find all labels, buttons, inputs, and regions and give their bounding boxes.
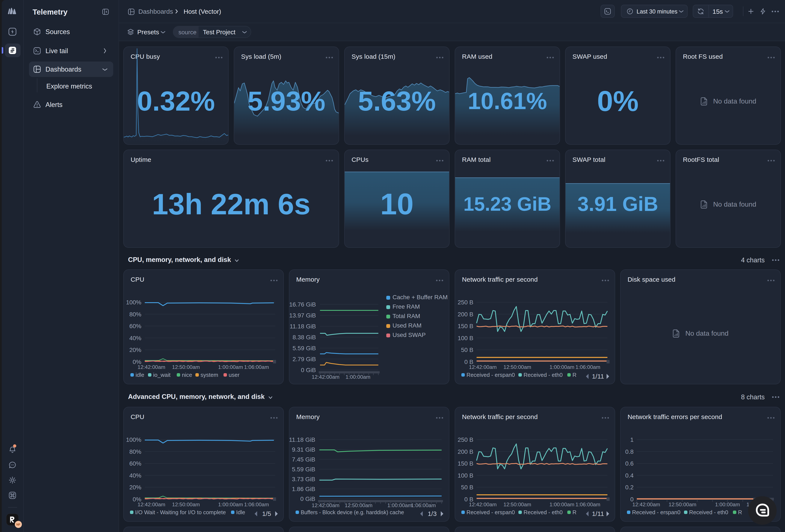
svg-text:12:42:00am: 12:42:00am xyxy=(469,502,497,507)
svg-text:40%: 40% xyxy=(129,472,141,479)
svg-text:nice: nice xyxy=(182,372,192,378)
svg-text:1:00:00am: 1:00:00am xyxy=(550,364,574,370)
svg-text:12:42:00am: 12:42:00am xyxy=(137,364,165,370)
svg-text:R: R xyxy=(573,509,577,515)
svg-text:I/O Wait - Waiting for I/O to: I/O Wait - Waiting for I/O to complete xyxy=(135,509,226,515)
svg-text:1/11: 1/11 xyxy=(592,510,604,517)
svg-text:1:06:00am: 1:06:00am xyxy=(576,364,600,370)
svg-text:1:06:00am: 1:06:00am xyxy=(411,502,436,508)
svg-text:0 GiB: 0 GiB xyxy=(301,367,316,373)
svg-text:1/11: 1/11 xyxy=(592,373,604,380)
svg-text:Idle: Idle xyxy=(236,509,245,515)
svg-text:3.73 GiB: 3.73 GiB xyxy=(292,476,315,482)
svg-text:12:50:00am: 12:50:00am xyxy=(172,364,200,370)
svg-text:0.6: 0.6 xyxy=(625,460,634,467)
svg-text:16.76 GiB: 16.76 GiB xyxy=(289,301,316,308)
svg-text:12:42:00am: 12:42:00am xyxy=(137,502,165,507)
svg-text:0.4: 0.4 xyxy=(625,472,634,479)
svg-text:12:42:00am: 12:42:00am xyxy=(312,502,339,508)
svg-text:1:00:00am: 1:00:00am xyxy=(715,502,740,507)
svg-text:2.79 GiB: 2.79 GiB xyxy=(293,356,316,363)
svg-text:Received - eth0: Received - eth0 xyxy=(524,372,563,378)
svg-text:1/3: 1/3 xyxy=(428,510,437,517)
svg-text:0.2: 0.2 xyxy=(625,484,634,490)
svg-text:150 B: 150 B xyxy=(458,460,473,467)
svg-text:Free RAM: Free RAM xyxy=(392,303,420,310)
svg-text:5.59 GiB: 5.59 GiB xyxy=(292,466,315,473)
svg-text:200 B: 200 B xyxy=(458,448,473,455)
svg-text:50 B: 50 B xyxy=(461,347,473,353)
svg-text:12:42:00am: 12:42:00am xyxy=(632,502,660,507)
svg-text:user: user xyxy=(229,372,239,378)
svg-text:11.18 GiB: 11.18 GiB xyxy=(290,323,316,330)
svg-text:1:06:00am: 1:06:00am xyxy=(244,502,269,507)
svg-text:60%: 60% xyxy=(129,460,141,467)
svg-text:200 B: 200 B xyxy=(458,311,473,318)
svg-text:60%: 60% xyxy=(129,323,141,329)
svg-text:12:50:00am: 12:50:00am xyxy=(503,502,531,507)
svg-text:20%: 20% xyxy=(129,484,141,490)
svg-text:R: R xyxy=(573,372,577,378)
svg-text:40%: 40% xyxy=(129,335,141,342)
svg-text:0 GiB: 0 GiB xyxy=(300,496,315,502)
svg-text:100 B: 100 B xyxy=(458,472,473,479)
svg-text:20%: 20% xyxy=(129,347,141,353)
svg-text:0.8: 0.8 xyxy=(625,448,634,455)
svg-text:io_wait: io_wait xyxy=(153,372,171,378)
svg-text:100%: 100% xyxy=(126,436,141,443)
svg-text:Received - erspan0: Received - erspan0 xyxy=(632,509,680,515)
svg-text:Buffers - Block device (e.g. h: Buffers - Block device (e.g. harddisk) c… xyxy=(301,509,404,515)
svg-text:7.45 GiB: 7.45 GiB xyxy=(292,456,315,463)
svg-text:1:06:00am: 1:06:00am xyxy=(576,502,600,507)
svg-text:12:42:00am: 12:42:00am xyxy=(312,374,339,380)
svg-text:12:50:00am: 12:50:00am xyxy=(503,364,531,370)
svg-text:1:00:00am: 1:00:00am xyxy=(346,374,371,380)
svg-text:Total RAM: Total RAM xyxy=(392,313,420,319)
svg-text:Used SWAP: Used SWAP xyxy=(392,331,426,338)
svg-text:250 B: 250 B xyxy=(458,436,473,443)
svg-text:150 B: 150 B xyxy=(458,323,473,329)
svg-text:1:00:00am: 1:00:00am xyxy=(387,502,412,508)
svg-text:11.18 GiB: 11.18 GiB xyxy=(289,436,315,443)
svg-text:system: system xyxy=(201,372,218,378)
svg-text:R: R xyxy=(738,509,742,515)
svg-text:12:50:00am: 12:50:00am xyxy=(345,502,372,508)
svg-text:9.31 GiB: 9.31 GiB xyxy=(292,446,315,453)
svg-text:Received - erspan0: Received - erspan0 xyxy=(466,372,515,378)
svg-text:12:50:00am: 12:50:00am xyxy=(172,502,200,507)
svg-text:Received - eth0: Received - eth0 xyxy=(689,509,728,515)
svg-text:Received - eth0: Received - eth0 xyxy=(524,509,563,515)
svg-text:1:00:00am: 1:00:00am xyxy=(218,364,243,370)
svg-text:5.59 GiB: 5.59 GiB xyxy=(293,345,316,351)
svg-text:80%: 80% xyxy=(129,448,141,455)
svg-text:1: 1 xyxy=(630,436,634,443)
svg-text:Cache + Buffer RAM: Cache + Buffer RAM xyxy=(392,294,448,300)
svg-text:1.86 GiB: 1.86 GiB xyxy=(292,486,315,493)
svg-text:idle: idle xyxy=(135,372,144,378)
svg-text:12:42:00am: 12:42:00am xyxy=(469,364,497,370)
svg-text:1:00:00am: 1:00:00am xyxy=(550,502,574,507)
svg-text:100 B: 100 B xyxy=(458,335,473,342)
svg-text:12:50:00am: 12:50:00am xyxy=(668,502,696,507)
svg-text:1:00:00am: 1:00:00am xyxy=(218,502,243,507)
svg-text:50 B: 50 B xyxy=(461,484,473,490)
svg-text:Received - erspan0: Received - erspan0 xyxy=(466,509,515,515)
svg-text:Used RAM: Used RAM xyxy=(392,322,422,329)
svg-text:1:06:00am: 1:06:00am xyxy=(244,364,269,370)
svg-text:80%: 80% xyxy=(129,311,141,318)
svg-text:1/5: 1/5 xyxy=(262,510,271,517)
svg-text:100%: 100% xyxy=(126,299,141,305)
svg-text:13.97 GiB: 13.97 GiB xyxy=(289,312,316,319)
svg-text:250 B: 250 B xyxy=(458,299,473,305)
svg-text:8.38 GiB: 8.38 GiB xyxy=(293,334,316,341)
